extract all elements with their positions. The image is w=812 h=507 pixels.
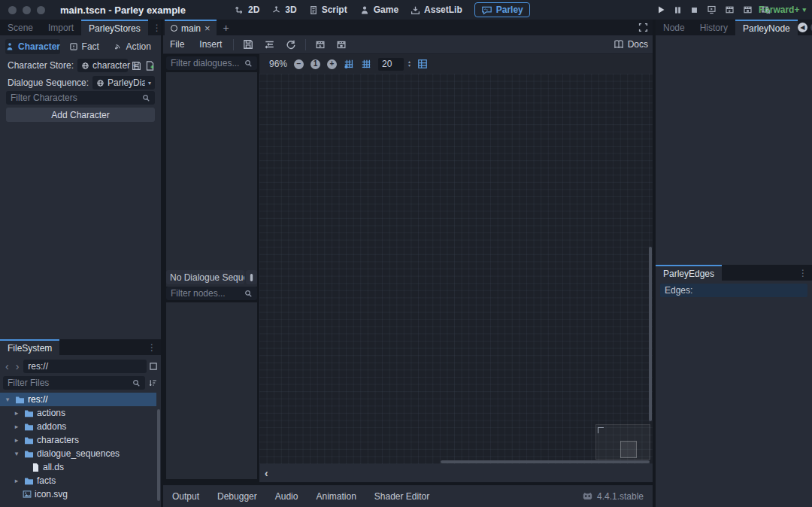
subtab-action[interactable]: Action (108, 39, 156, 54)
tree-row-dialogue-sequences[interactable]: ▾ dialogue_sequences (0, 447, 156, 460)
version-button[interactable]: 4.4.1.stable (577, 487, 650, 505)
bottom-tab-debugger[interactable]: Debugger (208, 491, 266, 502)
run-specific-scene-button[interactable] (743, 5, 753, 14)
snap-toggle-icon[interactable] (344, 59, 354, 69)
close-icon[interactable]: × (205, 23, 211, 34)
subtab-fact[interactable]: Fact (60, 39, 108, 54)
dialogue-list[interactable] (166, 72, 257, 287)
add-scene-tab-button[interactable]: + (217, 20, 236, 35)
filter-nodes-input[interactable]: Filter nodes... (166, 287, 257, 300)
collapse-side-panel-icon[interactable]: ‹ (259, 467, 274, 479)
renderer-dropdown[interactable]: Forward+ ▾ (759, 0, 806, 20)
tree-row-actions[interactable]: ▸ actions (0, 406, 156, 420)
zoom-reset-button[interactable]: 1 (311, 59, 320, 69)
graph-canvas[interactable]: 96% − 1 + 20 ▴▾ (259, 54, 653, 464)
sort-files-icon[interactable] (149, 378, 158, 387)
test-dialogue-from-start-button[interactable] (332, 40, 351, 50)
sequence-menu-button[interactable] (246, 270, 257, 284)
tab-parleynode[interactable]: ParleyNode (735, 20, 798, 35)
graph-minimap[interactable] (595, 424, 650, 460)
inspector-back-icon[interactable]: ◀ (798, 23, 807, 32)
dialogue-sequence-dropdown[interactable]: ParleyDialogue ▾ (92, 76, 155, 90)
dock-menu-dots-icon[interactable]: ⋮ (143, 339, 161, 355)
menu-file[interactable]: File (163, 39, 191, 50)
save-store-button[interactable] (132, 61, 141, 71)
tab-import[interactable]: Import (41, 20, 81, 35)
tab-game[interactable]: Game (359, 5, 398, 15)
window-close-button[interactable] (8, 6, 17, 14)
filesystem-scrollbar[interactable] (157, 409, 160, 501)
expand-arrow-icon[interactable]: ▸ (12, 423, 21, 430)
scene-tab-main[interactable]: main × (165, 20, 217, 35)
save-dialogue-button[interactable] (238, 39, 258, 50)
bottom-tab-audio[interactable]: Audio (266, 491, 308, 502)
expand-arrow-icon[interactable]: ▸ (12, 409, 21, 417)
edges-header-row[interactable]: Edges: (660, 284, 807, 297)
path-field[interactable]: res:// (23, 360, 147, 373)
tab-2d[interactable]: 2D (235, 5, 259, 15)
bottom-tab-shader-editor[interactable]: Shader Editor (365, 491, 438, 502)
character-store-dropdown[interactable]: character ▾ (77, 59, 128, 72)
tree-row-icon-svg[interactable]: icon.svg (0, 487, 156, 501)
grid-toggle-icon[interactable] (361, 59, 371, 69)
graph-horizontal-scrollbar[interactable] (441, 460, 650, 463)
filter-files-input[interactable]: Filter Files (3, 376, 145, 390)
tree-row-characters[interactable]: ▸ characters (0, 433, 156, 447)
history-back-icon[interactable]: ‹ (3, 360, 11, 372)
docs-button[interactable]: Docs (614, 39, 648, 50)
tab-3d[interactable]: 3D (271, 5, 296, 15)
filter-dialogues-input[interactable]: Filter dialogues... (166, 56, 257, 70)
tree-row-main-gd[interactable]: main.gd (0, 501, 156, 503)
history-forward-icon[interactable]: › (14, 360, 22, 372)
tab-scene[interactable]: Scene (0, 20, 41, 35)
search-icon (142, 94, 150, 102)
filter-characters-input[interactable]: Filter Characters (6, 91, 155, 105)
stop-button[interactable] (690, 6, 698, 14)
spinbox-arrows[interactable]: ▴▾ (408, 60, 411, 68)
minimap-camera-rect[interactable] (620, 441, 637, 458)
tree-row-res[interactable]: ▾ res:// (0, 393, 156, 406)
expand-arrow-icon[interactable]: ▸ (12, 477, 21, 484)
window-minimize-button[interactable] (23, 6, 31, 14)
bottom-tab-animation[interactable]: Animation (307, 491, 365, 502)
godot-logo-icon (583, 492, 592, 500)
zoom-out-button[interactable]: − (294, 59, 304, 69)
graph-grid[interactable] (259, 74, 653, 464)
tab-filesystem[interactable]: FileSystem (0, 339, 59, 355)
run-current-scene-button[interactable] (725, 5, 735, 14)
tab-parleystores[interactable]: ParleyStores (81, 20, 148, 35)
play-button[interactable] (656, 5, 665, 14)
pause-button[interactable] (674, 6, 682, 14)
store-type-tabs: Character Fact Action (5, 39, 156, 54)
node-list[interactable] (166, 302, 257, 479)
arrange-nodes-button[interactable] (259, 39, 280, 50)
tab-parleyedges[interactable]: ParleyEdges (656, 265, 722, 281)
remote-debug-icon[interactable] (707, 5, 717, 14)
tab-assetlib[interactable]: AssetLib (411, 5, 462, 15)
tree-row-all-ds[interactable]: all.ds (0, 460, 156, 474)
tree-row-facts[interactable]: ▸ facts (0, 474, 156, 487)
graph-vertical-scrollbar[interactable] (649, 247, 652, 421)
subtab-character[interactable]: Character (5, 39, 60, 54)
tab-script[interactable]: Script (309, 5, 347, 15)
toggle-split-mode-icon[interactable] (149, 362, 158, 371)
bottom-tab-output[interactable]: Output (163, 491, 208, 502)
window-zoom-button[interactable] (37, 6, 45, 14)
minimap-toggle-icon[interactable] (417, 59, 428, 69)
snap-distance-spinbox[interactable]: 20 (378, 58, 404, 71)
test-dialogue-button[interactable] (311, 40, 330, 50)
new-store-button[interactable] (145, 61, 155, 71)
distraction-free-mode-icon[interactable] (638, 23, 648, 32)
collapse-arrow-icon[interactable]: ▾ (3, 396, 12, 403)
tab-parley[interactable]: Parley (474, 2, 530, 17)
expand-arrow-icon[interactable]: ▸ (12, 436, 21, 444)
dock-menu-dots-icon[interactable]: ⋮ (794, 265, 812, 281)
add-character-button[interactable]: Add Character (6, 108, 155, 122)
refresh-button[interactable] (281, 39, 301, 50)
collapse-arrow-icon[interactable]: ▾ (12, 450, 21, 457)
tab-node[interactable]: Node (656, 20, 692, 35)
tab-history[interactable]: History (692, 20, 735, 35)
tree-row-addons[interactable]: ▸ addons (0, 420, 156, 433)
zoom-in-button[interactable]: + (327, 59, 337, 69)
menu-insert[interactable]: Insert (192, 39, 229, 50)
